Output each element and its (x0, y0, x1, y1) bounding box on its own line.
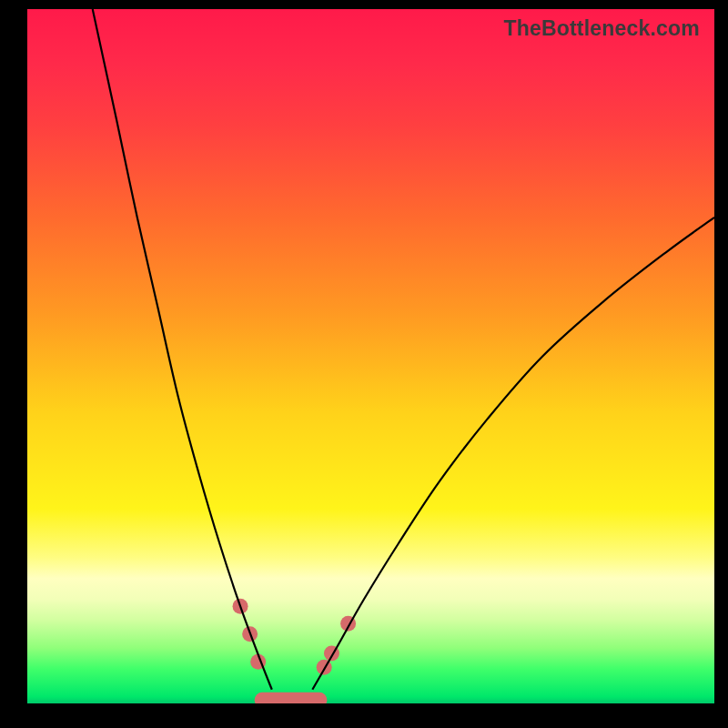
curve-layer (93, 9, 714, 690)
chart-frame: TheBottleneck.com (0, 0, 728, 728)
plot-area: TheBottleneck.com (27, 9, 714, 703)
right-curve (312, 217, 714, 690)
left-curve (93, 9, 272, 690)
chart-overlay (27, 9, 714, 703)
marker-layer (233, 599, 357, 701)
